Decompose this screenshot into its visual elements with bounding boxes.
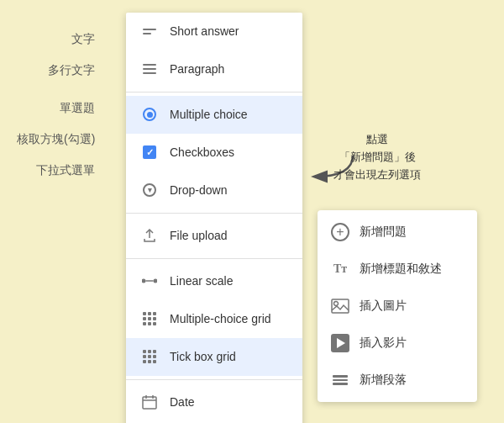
add-icon: + [329,221,351,243]
mc-grid-icon [139,309,160,329]
menu-item-paragraph[interactable]: Paragraph [126,50,302,88]
menu-item-checkboxes[interactable]: Checkboxes [126,134,302,172]
dropdown-icon: ▾ [139,180,160,200]
tick-box-grid-label: Tick box grid [170,350,236,363]
dropdown-menu: Short answer Paragraph Multiple choice [126,13,302,423]
section-icon [329,369,351,391]
svg-point-11 [334,302,339,306]
calendar-icon [139,392,160,412]
paragraph-icon [139,59,160,79]
menu-item-dropdown[interactable]: ▾ Drop-down [126,172,302,209]
left-labels: 文字 多行文字 單選題 核取方塊(勾選) 下拉式選單 [17,24,95,186]
checkboxes-label: Checkboxes [170,145,234,159]
date-label: Date [170,395,195,409]
right-item-add-question[interactable]: + 新增問題 [318,214,477,251]
mc-grid-label: Multiple-choice grid [170,312,271,325]
page-container: 文字 多行文字 單選題 核取方塊(勾選) 下拉式選單 Short answer [0,0,504,423]
right-item-add-section[interactable]: 新增段落 [318,362,477,399]
video-icon [329,332,351,354]
right-item-add-title[interactable]: Tт 新增標題和敘述 [318,251,477,288]
separator-3 [126,258,302,259]
dropdown-label-item: Drop-down [170,183,227,197]
short-answer-label: Short answer [170,24,239,38]
text-label: 文字 [17,24,95,55]
title-icon: Tт [329,258,351,280]
checkbox-icon [139,142,160,162]
menu-item-linear-scale[interactable]: Linear scale [126,262,302,300]
file-upload-label: File upload [170,229,228,242]
menu-item-multiple-choice[interactable]: Multiple choice [126,96,302,134]
checkbox-label: 核取方塊(勾選) [17,124,95,155]
multiline-label: 多行文字 [17,55,95,86]
callout-line2: 「新增問題」後 [333,149,421,167]
separator-4 [126,379,302,380]
radio-icon [139,104,160,124]
image-icon [329,295,351,317]
insert-video-label: 插入影片 [360,336,407,351]
separator-2 [126,213,302,214]
menu-item-short-answer[interactable]: Short answer [126,13,302,50]
right-item-insert-video[interactable]: 插入影片 [318,325,477,362]
menu-item-mc-grid[interactable]: Multiple-choice grid [126,300,302,338]
linear-icon [139,271,160,291]
menu-item-tick-box-grid[interactable]: Tick box grid [126,338,302,376]
right-panel: + 新增問題 Tт 新增標題和敘述 插入圖片 [318,210,477,402]
insert-image-label: 插入圖片 [360,299,407,314]
radio-label: 單選題 [17,93,95,124]
linear-scale-label: Linear scale [170,274,234,288]
callout-line3: 才會出現左列選項 [333,167,421,184]
menu-item-file-upload[interactable]: File upload [126,217,302,255]
callout-line1: 點選 [333,131,421,149]
add-section-label: 新增段落 [360,373,407,388]
svg-point-0 [142,279,146,283]
paragraph-label: Paragraph [170,62,224,76]
svg-rect-10 [332,299,349,313]
svg-point-2 [154,279,158,283]
separator-1 [126,92,302,93]
dropdown-label: 下拉式選單 [17,155,95,186]
add-question-label: 新增問題 [360,225,407,240]
menu-item-date[interactable]: Date [126,383,302,421]
add-title-label: 新增標題和敘述 [360,262,442,277]
svg-rect-3 [143,397,156,409]
tick-grid-icon [139,346,160,367]
multiple-choice-label: Multiple choice [170,108,248,121]
callout-text: 點選 「新增問題」後 才會出現左列選項 [323,124,431,190]
right-item-insert-image[interactable]: 插入圖片 [318,288,477,325]
short-answer-icon [139,21,160,41]
upload-icon [139,225,160,246]
